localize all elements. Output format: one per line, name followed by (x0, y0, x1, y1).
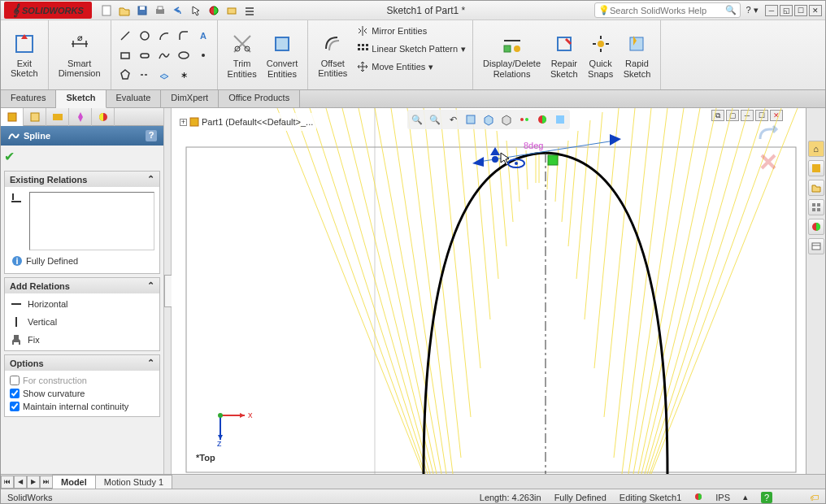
existing-relations-header[interactable]: Existing Relations⌃ (5, 172, 159, 187)
tab-evaluate[interactable]: Evaluate (107, 90, 162, 107)
line-tool[interactable] (116, 27, 134, 45)
close-button[interactable]: ✕ (809, 5, 822, 16)
horizontal-relation[interactable]: Horizontal (7, 295, 158, 313)
hide-show-button[interactable] (516, 111, 533, 128)
circle-tool[interactable] (136, 27, 154, 45)
linear-pattern-button[interactable]: Linear Sketch Pattern▾ (355, 41, 467, 56)
help-search[interactable]: 💡 🔍 (594, 2, 741, 18)
new-button[interactable] (98, 2, 115, 19)
status-units[interactable]: IPS (715, 493, 730, 502)
ellipse-tool[interactable] (175, 46, 193, 64)
maintain-continuity-check[interactable] (10, 402, 20, 411)
spline-tangent-point[interactable] (492, 156, 498, 163)
options-header[interactable]: Options⌃ (5, 355, 159, 371)
move-entities-button[interactable]: Move Entities▾ (355, 59, 467, 74)
mirror-entities-button[interactable]: Mirror Entities (355, 24, 467, 38)
tab-office[interactable]: Office Products (219, 90, 300, 107)
add-relations-header[interactable]: Add Relations⌃ (5, 278, 159, 293)
convert-entities-button[interactable]: Convert Entities (262, 24, 303, 86)
fm-tab-display[interactable] (92, 108, 115, 126)
file-explorer-tab[interactable] (808, 180, 824, 196)
rectangle-tool[interactable] (116, 46, 134, 64)
view-orientation-button[interactable] (480, 111, 497, 128)
minimize-button[interactable]: ─ (765, 5, 778, 16)
flyout-tree[interactable]: + Part1 (Default<<Default>_... (176, 113, 316, 131)
for-construction-check[interactable] (10, 376, 20, 385)
status-units-arrow[interactable]: ▴ (743, 492, 748, 502)
tab-next[interactable]: ▶ (27, 476, 40, 489)
fillet-tool[interactable] (175, 27, 193, 45)
restore-button[interactable]: ◱ (780, 5, 793, 16)
appearances-tab[interactable] (808, 219, 824, 235)
show-curvature-check[interactable] (10, 389, 20, 398)
repair-sketch-button[interactable]: Repair Sketch (546, 24, 583, 86)
graphics-viewport[interactable]: + Part1 (Default<<Default>_... 🔍 🔍 ↶ ⧉ ▢… (172, 108, 806, 474)
settings-button[interactable] (241, 2, 258, 19)
tab-first[interactable]: ⏮ (1, 476, 14, 489)
design-library-tab[interactable] (808, 160, 824, 176)
fix-relation[interactable]: Fix (7, 331, 158, 349)
relations-list[interactable] (29, 192, 154, 250)
rapid-sketch-button[interactable]: Rapid Sketch (619, 24, 656, 86)
open-button[interactable] (116, 2, 133, 19)
point-tool[interactable] (194, 46, 212, 64)
spline-handle-left[interactable] (472, 157, 484, 167)
zoom-fit-button[interactable]: 🔍 (409, 111, 425, 128)
expand-icon[interactable]: + (180, 119, 187, 126)
fm-tab-config[interactable] (46, 108, 69, 126)
custom-props-tab[interactable] (808, 238, 824, 254)
search-input[interactable] (610, 6, 725, 15)
status-tag-icon[interactable]: 🏷 (810, 493, 819, 502)
quick-snaps-button[interactable]: Quick Snaps (583, 24, 619, 86)
polygon-tool[interactable] (116, 66, 134, 84)
search-icon[interactable]: 🔍 (725, 5, 737, 15)
offset-entities-button[interactable]: Offset Entities (313, 24, 352, 85)
options-button[interactable] (224, 2, 240, 19)
undo-button[interactable] (170, 2, 186, 19)
smart-dimension-button[interactable]: ⌀ Smart Dimension (54, 24, 106, 85)
coincident-relation-icon[interactable] (548, 155, 558, 165)
tab-sketch[interactable]: Sketch (56, 90, 106, 108)
tab-dimxpert[interactable]: DimXpert (161, 90, 219, 107)
more-tool[interactable] (194, 66, 212, 84)
status-help-icon[interactable]: ? (761, 492, 772, 503)
save-button[interactable] (134, 2, 150, 19)
fm-tab-property[interactable] (24, 108, 46, 126)
text-tool[interactable]: A (194, 27, 212, 45)
ok-button[interactable]: ✔ (4, 149, 15, 164)
plane-tool[interactable] (155, 66, 173, 84)
model-tab[interactable]: Model (52, 475, 96, 489)
resources-tab[interactable]: ⌂ (808, 141, 824, 157)
display-relations-button[interactable]: Display/Delete Relations (478, 24, 546, 86)
edit-appearance-button[interactable] (534, 111, 550, 128)
equation-tool[interactable]: ∗ (175, 66, 193, 84)
help-dropdown[interactable]: ? ▾ (744, 2, 760, 19)
tab-last[interactable]: ⏭ (40, 476, 53, 489)
exit-sketch-button[interactable]: Exit Sketch (6, 24, 43, 85)
fm-tab-dimxpert[interactable] (69, 108, 92, 126)
section-view-button[interactable] (463, 111, 479, 128)
centerline-tool[interactable] (136, 66, 154, 84)
tab-prev[interactable]: ◀ (14, 476, 27, 489)
rebuild-button[interactable] (206, 2, 222, 19)
print-button[interactable] (152, 2, 168, 19)
cancel-sketch-icon[interactable] (759, 152, 778, 173)
confirm-sketch-icon[interactable] (759, 126, 778, 147)
motion-study-tab[interactable]: Motion Study 1 (95, 475, 172, 489)
view-palette-tab[interactable] (808, 199, 824, 215)
apply-scene-button[interactable] (552, 111, 568, 128)
panel-splitter[interactable] (163, 108, 172, 474)
arc-tool[interactable] (155, 27, 173, 45)
trim-entities-button[interactable]: Trim Entities (223, 24, 262, 86)
previous-view-button[interactable]: ↶ (445, 111, 461, 128)
maximize-button[interactable]: ☐ (794, 5, 807, 16)
display-style-button[interactable] (498, 111, 515, 128)
vertical-relation[interactable]: Vertical (7, 313, 158, 331)
tab-features[interactable]: Features (1, 90, 56, 107)
pm-help-icon[interactable]: ? (146, 130, 157, 141)
select-button[interactable] (188, 2, 204, 19)
fm-tab-feature[interactable] (1, 108, 24, 126)
zoom-area-button[interactable]: 🔍 (427, 111, 443, 128)
slot-tool[interactable] (136, 46, 154, 64)
spline-tool[interactable] (155, 46, 173, 64)
